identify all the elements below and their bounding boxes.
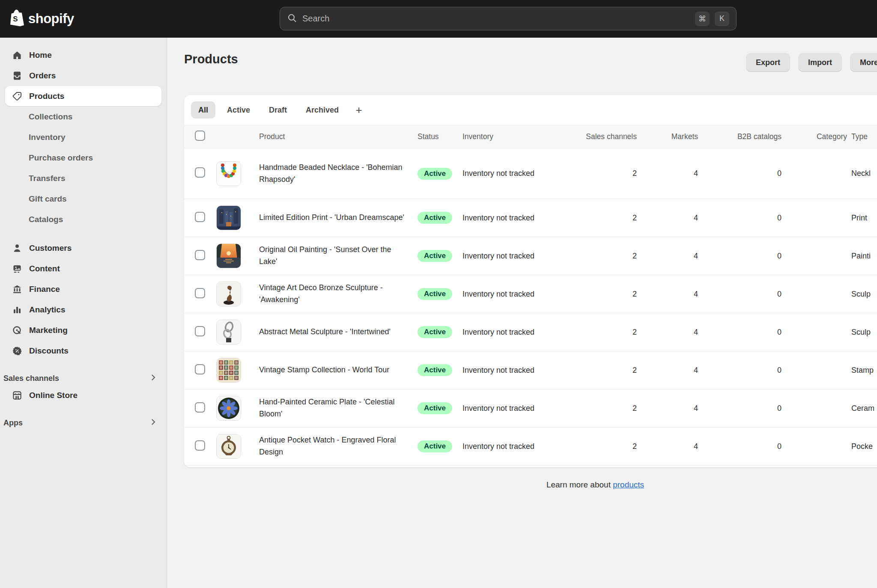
type-value: Ceram [850, 404, 877, 413]
metal-sculpture-thumbnail [216, 320, 241, 344]
status-badge: Active [418, 288, 452, 300]
markets-count: 4 [637, 252, 698, 261]
sidebar-item-transfers[interactable]: Transfers [5, 168, 161, 188]
b2b-catalogs-count: 0 [698, 366, 782, 375]
export-button[interactable]: Export [746, 53, 790, 72]
sidebar-item-label: Catalogs [29, 215, 63, 224]
table-row[interactable]: Antique Pocket Watch - Engraved Floral D… [184, 428, 877, 466]
product-name[interactable]: Antique Pocket Watch - Engraved Floral D… [256, 434, 418, 458]
orders-icon [11, 70, 23, 81]
column-header-sales-channels[interactable]: Sales channels [573, 132, 637, 141]
search-input[interactable] [302, 14, 690, 24]
column-header-b2b-catalogs[interactable]: B2B catalogs [698, 132, 782, 141]
page-actions: Export Import More [746, 53, 877, 72]
row-checkbox[interactable] [195, 167, 205, 178]
sidebar-item-discounts[interactable]: Discounts [5, 341, 161, 361]
b2b-catalogs-count: 0 [698, 442, 782, 451]
tab-all[interactable]: All [191, 101, 215, 119]
products-help-link[interactable]: products [613, 480, 644, 489]
global-search[interactable]: ⌘ K [280, 7, 737, 30]
row-checkbox[interactable] [195, 250, 205, 260]
column-header-type[interactable]: Type [850, 132, 877, 141]
table-row[interactable]: Handmade Beaded Necklace - 'Bohemian Rha… [184, 148, 877, 199]
sidebar-section-sales-channels[interactable]: Sales channels [3, 374, 157, 383]
sidebar-item-inventory[interactable]: Inventory [5, 127, 161, 147]
row-checkbox[interactable] [195, 364, 205, 374]
product-name[interactable]: Original Oil Painting - 'Sunset Over the… [256, 244, 418, 268]
footer-text: Learn more about [546, 480, 611, 489]
table-row[interactable]: Original Oil Painting - 'Sunset Over the… [184, 237, 877, 275]
inventory-status: Inventory not tracked [462, 290, 573, 299]
select-all-checkbox[interactable] [195, 131, 205, 141]
sidebar-item-label: Purchase orders [29, 153, 93, 163]
column-header-inventory[interactable]: Inventory [462, 132, 573, 141]
customers-icon [11, 242, 23, 254]
footer-help: Learn more about products [184, 480, 877, 490]
sidebar-section-label: Sales channels [3, 374, 59, 383]
sidebar-item-finance[interactable]: Finance [5, 279, 161, 299]
status-badge: Active [418, 212, 452, 224]
table-row[interactable]: Vintage Stamp Collection - World TourAct… [184, 351, 877, 389]
product-name[interactable]: Limited Edition Print - 'Urban Dreamscap… [256, 212, 418, 224]
print-thumbnail [216, 205, 241, 230]
sidebar-item-label: Marketing [29, 326, 68, 335]
import-button[interactable]: Import [798, 53, 842, 72]
b2b-catalogs-count: 0 [698, 214, 782, 223]
column-header-markets[interactable]: Markets [637, 132, 698, 141]
sidebar-item-collections[interactable]: Collections [5, 107, 161, 127]
inventory-status: Inventory not tracked [462, 169, 573, 178]
sales-channels-count: 2 [573, 169, 637, 178]
add-view-button[interactable]: + [350, 101, 367, 119]
page-title: Products [184, 52, 238, 66]
finance-icon [11, 283, 23, 295]
sales-channels-count: 2 [573, 442, 637, 451]
sidebar-item-catalogs[interactable]: Catalogs [5, 209, 161, 229]
tab-draft[interactable]: Draft [262, 101, 294, 119]
row-checkbox[interactable] [195, 326, 205, 336]
sidebar-item-customers[interactable]: Customers [5, 238, 161, 258]
sidebar-item-purchase-orders[interactable]: Purchase orders [5, 148, 161, 168]
table-row[interactable]: Limited Edition Print - 'Urban Dreamscap… [184, 199, 877, 237]
row-checkbox[interactable] [195, 288, 205, 298]
type-value: Sculp [850, 290, 877, 299]
column-header-status[interactable]: Status [418, 132, 462, 141]
row-checkbox[interactable] [195, 402, 205, 413]
sidebar-section-apps[interactable]: Apps [3, 418, 157, 428]
b2b-catalogs-count: 0 [698, 252, 782, 261]
discounts-icon [11, 345, 23, 356]
sidebar-item-gift-cards[interactable]: Gift cards [5, 189, 161, 209]
table-header: Product Status Inventory Sales channels … [184, 125, 877, 148]
sidebar-item-products[interactable]: Products [5, 86, 161, 106]
sidebar-item-label: Home [29, 50, 52, 60]
sidebar-item-online-store[interactable]: Online Store [5, 385, 161, 405]
inventory-status: Inventory not tracked [462, 366, 573, 375]
sidebar-item-home[interactable]: Home [5, 45, 161, 65]
row-checkbox[interactable] [195, 440, 205, 451]
table-row[interactable]: Abstract Metal Sculpture - 'Intertwined'… [184, 313, 877, 351]
table-row[interactable]: Vintage Art Deco Bronze Sculpture - 'Awa… [184, 275, 877, 313]
sales-channels-count: 2 [573, 328, 637, 337]
more-actions-button[interactable]: More [850, 53, 877, 72]
product-name[interactable]: Handmade Beaded Necklace - 'Bohemian Rha… [256, 162, 418, 186]
sidebar-item-orders[interactable]: Orders [5, 65, 161, 86]
pocket-watch-thumbnail [216, 434, 241, 459]
column-header-category[interactable]: Category [782, 132, 850, 141]
row-checkbox[interactable] [195, 212, 205, 222]
tab-active[interactable]: Active [220, 101, 257, 119]
column-header-product[interactable]: Product [256, 132, 418, 141]
shopify-logo: S shopify [9, 9, 74, 28]
sidebar-item-analytics[interactable]: Analytics [5, 300, 161, 320]
shopify-bag-icon: S [9, 9, 25, 28]
tab-archived[interactable]: Archived [298, 101, 346, 119]
sidebar-item-content[interactable]: Content [5, 258, 161, 279]
sidebar-item-label: Customers [29, 244, 72, 253]
table-row[interactable]: Hand-Painted Ceramic Plate - 'Celestial … [184, 389, 877, 428]
sidebar-nav: HomeOrdersProductsCollectionsInventoryPu… [0, 38, 167, 588]
product-name[interactable]: Hand-Painted Ceramic Plate - 'Celestial … [256, 396, 418, 420]
content-icon [11, 263, 23, 274]
product-name[interactable]: Vintage Stamp Collection - World Tour [256, 364, 418, 376]
product-name[interactable]: Abstract Metal Sculpture - 'Intertwined' [256, 326, 418, 338]
markets-count: 4 [637, 290, 698, 299]
product-name[interactable]: Vintage Art Deco Bronze Sculpture - 'Awa… [256, 282, 418, 306]
sidebar-item-marketing[interactable]: Marketing [5, 320, 161, 340]
